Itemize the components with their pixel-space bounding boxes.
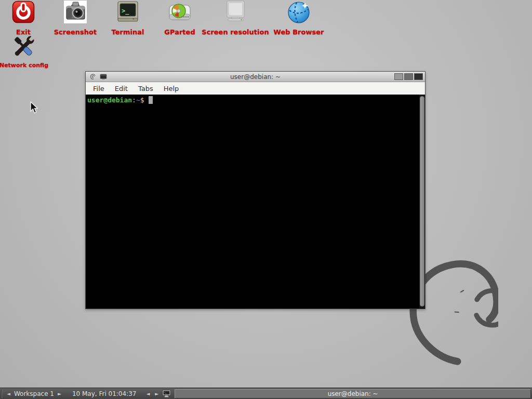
icon-label: Screen resolution (202, 28, 269, 36)
window-menubar: File Edit Tabs Help (86, 82, 425, 95)
menu-file[interactable]: File (88, 83, 110, 94)
terminal-window: user@debian: ~ File Edit Tabs Help user@… (85, 71, 425, 309)
menu-edit[interactable]: Edit (110, 83, 133, 94)
minimize-button[interactable] (394, 73, 403, 80)
prompt-symbol: $ (140, 96, 144, 104)
panel-handle[interactable] (1, 390, 2, 398)
clock: 10 May, Fri 01:04:37 (72, 390, 137, 397)
menu-tabs[interactable]: Tabs (133, 83, 158, 94)
workspace-prev-arrow[interactable]: ◄ (4, 388, 13, 399)
disk-partition-icon (168, 1, 191, 23)
prompt-path: ~ (136, 96, 140, 104)
terminal-scrollbar[interactable] (419, 95, 425, 308)
desktop-icon-web-browser[interactable]: Web Browser (265, 1, 332, 36)
camera-icon (64, 1, 87, 23)
icon-label: Network config (0, 62, 58, 69)
pager-arrows: ◄ ► (143, 388, 161, 399)
desktop: { "desktop": { "icons": [ { "name": "exi… (0, 0, 532, 399)
crt-terminal-icon: >_ (116, 1, 139, 23)
task-button-label: user@debian: ~ (328, 390, 378, 397)
monitor-icon (224, 1, 247, 23)
tools-icon (12, 34, 35, 57)
prompt-user-host: user@debian (87, 96, 132, 104)
window-title: user@debian: ~ (86, 73, 425, 81)
terminal-content[interactable]: user@debian:~$ (86, 95, 425, 308)
window-buttons (394, 73, 423, 80)
menu-help[interactable]: Help (158, 83, 184, 94)
workspace-label[interactable]: Workspace 1 (13, 390, 55, 397)
desktop-icon-network-config[interactable]: Network config (0, 34, 58, 69)
pager-next-arrow[interactable]: ► (152, 388, 161, 399)
prompt-colon: : (132, 96, 136, 104)
taskbar: ◄ Workspace 1 ► 10 May, Fri 01:04:37 ◄ ►… (0, 388, 532, 399)
globe-browser-icon (287, 1, 310, 23)
svg-text:>_: >_ (122, 7, 129, 15)
terminal-mini-icon (100, 73, 107, 81)
maximize-button[interactable] (404, 73, 413, 80)
show-desktop-icon[interactable] (162, 390, 171, 397)
terminal-cursor (149, 96, 153, 104)
pager-prev-arrow[interactable]: ◄ (143, 388, 152, 399)
debian-swirl-icon (89, 73, 97, 81)
desktop-icon-screen-resolution[interactable]: Screen resolution (202, 1, 269, 36)
scrollbar-thumb[interactable] (420, 96, 424, 307)
close-button[interactable] (414, 73, 423, 80)
shell-prompt: user@debian:~$ (87, 96, 153, 104)
taskbar-window-button[interactable]: user@debian: ~ (175, 389, 531, 398)
workspace-next-arrow[interactable]: ► (55, 388, 64, 399)
power-icon (12, 1, 35, 23)
window-titlebar[interactable]: user@debian: ~ (86, 72, 425, 82)
icon-label: Web Browser (265, 28, 332, 36)
mouse-cursor-icon (30, 101, 38, 115)
